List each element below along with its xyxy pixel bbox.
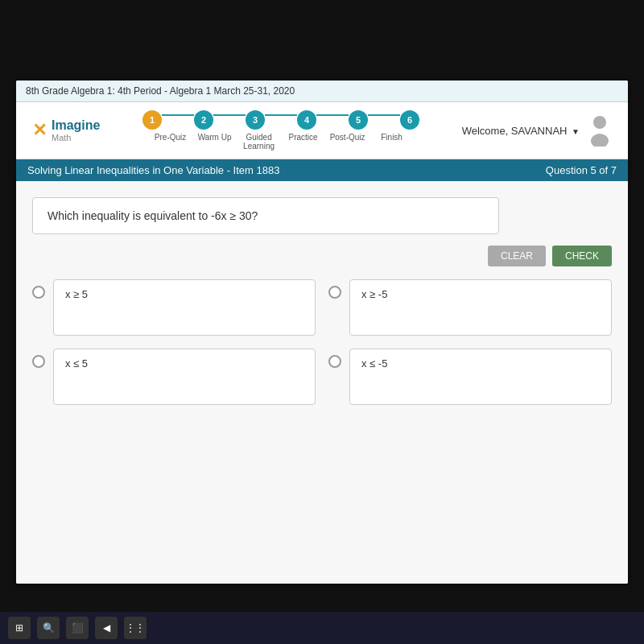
answer-box-a[interactable]: x ≥ 5 — [53, 279, 316, 336]
answer-text-b: x ≥ -5 — [361, 288, 387, 300]
welcome-label: Welcome, SAVANNAH — [462, 125, 568, 137]
subtitle-right: Question 5 of 7 — [546, 164, 617, 176]
subtitle-left: Solving Linear Inequalities in One Varia… — [27, 164, 279, 176]
step-circle-1: 1 — [142, 110, 162, 130]
step-circle-2: 2 — [194, 110, 213, 130]
taskbar-icons: ⊞ 🔍 ⬛ ◀ ⋮⋮ — [8, 617, 147, 639]
step-label-3: Guided Learning — [237, 133, 281, 151]
logo-icon: ✕ — [32, 120, 47, 141]
main-content: Which inequality is equivalent to -6x ≥ … — [16, 181, 628, 584]
radio-a[interactable] — [32, 286, 45, 299]
answer-text-a: x ≥ 5 — [65, 288, 88, 300]
taskbar-icon-4[interactable]: ◀ — [95, 617, 118, 639]
step-4[interactable]: 4 — [297, 110, 316, 130]
question-text: Which inequality is equivalent to -6x ≥ … — [47, 209, 258, 222]
answer-grid: x ≥ 5 x ≥ -5 x ≤ 5 x ≤ — [32, 279, 612, 405]
step-2[interactable]: 2 — [194, 110, 213, 130]
step-label-2: Warm Up — [192, 133, 237, 142]
check-button[interactable]: CHECK — [552, 246, 612, 266]
step-line-2-3 — [213, 114, 246, 116]
step-circle-5: 5 — [349, 110, 368, 130]
radio-b[interactable] — [328, 286, 341, 299]
step-label-1: Pre-Quiz — [148, 133, 192, 142]
info-bar: 8th Grade Algebra 1: 4th Period - Algebr… — [16, 80, 628, 102]
answer-option-b: x ≥ -5 — [328, 279, 612, 336]
answer-text-d: x ≤ -5 — [361, 357, 387, 369]
step-5[interactable]: 5 — [349, 110, 368, 130]
step-1[interactable]: 1 — [142, 110, 162, 130]
taskbar-icon-1[interactable]: ⊞ — [8, 617, 31, 639]
main-screen: 8th Grade Algebra 1: 4th Period - Algebr… — [16, 80, 628, 584]
avatar-icon — [588, 114, 612, 147]
taskbar-icon-5[interactable]: ⋮⋮ — [124, 617, 147, 639]
step-3[interactable]: 3 — [246, 110, 265, 130]
clear-button[interactable]: CLEAR — [488, 246, 546, 266]
info-bar-text: 8th Grade Algebra 1: 4th Period - Algebr… — [26, 85, 295, 97]
step-6[interactable]: 6 — [400, 110, 419, 130]
answer-option-a: x ≥ 5 — [32, 279, 316, 336]
question-box: Which inequality is equivalent to -6x ≥ … — [32, 197, 499, 234]
radio-c[interactable] — [32, 355, 45, 368]
svg-point-1 — [591, 134, 609, 147]
welcome-area: Welcome, SAVANNAH ▼ — [462, 114, 612, 147]
dropdown-arrow[interactable]: ▼ — [572, 127, 580, 136]
answer-box-c[interactable]: x ≤ 5 — [53, 349, 316, 405]
step-line-3-4 — [265, 114, 297, 116]
logo-area: ✕ Imagine Math — [32, 118, 100, 142]
step-line-1-2 — [162, 114, 194, 116]
svg-point-0 — [593, 116, 606, 129]
logo-imagine: Imagine — [52, 118, 100, 133]
answer-option-c: x ≤ 5 — [32, 349, 316, 405]
taskbar-icon-2[interactable]: 🔍 — [37, 617, 60, 639]
step-circle-6: 6 — [400, 110, 419, 130]
logo-text: Imagine Math — [52, 118, 100, 142]
answer-box-d[interactable]: x ≤ -5 — [349, 349, 612, 405]
step-circle-4: 4 — [297, 110, 316, 130]
step-line-5-6 — [368, 114, 400, 116]
action-buttons: CLEAR CHECK — [32, 246, 612, 266]
subtitle-bar: Solving Linear Inequalities in One Varia… — [16, 159, 628, 181]
welcome-text: Welcome, SAVANNAH ▼ — [462, 125, 580, 137]
taskbar-icon-3[interactable]: ⬛ — [66, 617, 89, 639]
steps-area: 1 2 3 4 5 — [142, 110, 419, 151]
logo-math: Math — [52, 133, 100, 142]
answer-option-d: x ≤ -5 — [328, 349, 612, 405]
step-line-4-5 — [316, 114, 349, 116]
taskbar: ⊞ 🔍 ⬛ ◀ ⋮⋮ — [0, 612, 644, 644]
answer-text-c: x ≤ 5 — [65, 357, 88, 369]
step-circle-3: 3 — [246, 110, 265, 130]
step-label-4: Practice — [281, 133, 325, 142]
header: ✕ Imagine Math 1 2 3 — [16, 102, 628, 159]
steps-labels: Pre-Quiz Warm Up Guided Learning Practic… — [148, 133, 414, 151]
radio-d[interactable] — [328, 355, 341, 368]
step-label-5: Post-Quiz — [325, 133, 369, 142]
step-label-6: Finish — [369, 133, 414, 142]
answer-box-b[interactable]: x ≥ -5 — [349, 279, 612, 336]
steps-track: 1 2 3 4 5 — [142, 110, 419, 130]
